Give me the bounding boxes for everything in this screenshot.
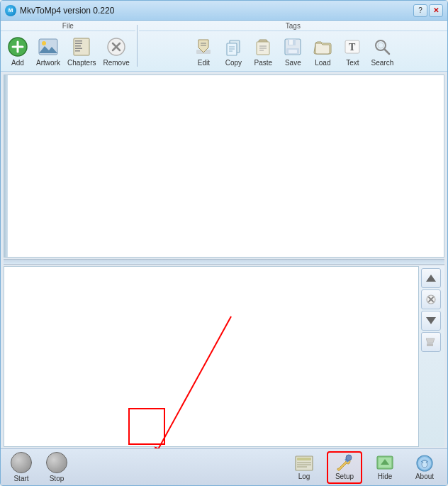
svg-rect-47 — [427, 343, 433, 346]
copy-label: Copy — [225, 59, 242, 67]
svg-point-39 — [378, 43, 383, 48]
panel-divider — [4, 259, 444, 265]
left-bar — [4, 75, 8, 257]
annotation-arrow — [75, 302, 288, 449]
queue-up-button[interactable] — [421, 268, 441, 288]
svg-rect-9 — [75, 45, 81, 47]
svg-rect-32 — [289, 40, 293, 45]
queue-area — [4, 266, 444, 448]
setup-button[interactable]: Setup — [327, 451, 362, 484]
file-section: File Add — [1, 22, 135, 70]
queue-edit-button[interactable] — [421, 332, 441, 352]
paste-button[interactable]: Paste — [249, 34, 277, 68]
copy-button[interactable]: Copy — [219, 34, 247, 68]
svg-point-61 — [422, 460, 427, 468]
queue-cancel-button[interactable] — [421, 289, 441, 309]
text-icon: T — [341, 35, 364, 58]
svg-rect-10 — [75, 48, 82, 50]
search-label: Search — [371, 59, 394, 67]
stop-icon — [46, 452, 67, 473]
svg-rect-8 — [75, 43, 82, 45]
start-button[interactable]: Start — [6, 450, 36, 485]
svg-point-4 — [42, 41, 46, 45]
app-icon: M — [5, 5, 16, 16]
load-label: Load — [315, 59, 330, 67]
file-section-label: File — [1, 22, 135, 31]
svg-line-41 — [153, 316, 231, 449]
remove-label: Remove — [103, 59, 129, 67]
window-frame: M MkvToMp4 version 0.220 ? ✕ File — [0, 0, 448, 486]
chapters-label: Chapters — [67, 59, 96, 67]
bottom-bar: Start Stop Log — [1, 448, 447, 485]
chapters-button[interactable]: Chapters — [65, 34, 99, 68]
queue-down-button[interactable] — [421, 311, 441, 331]
svg-marker-42 — [426, 275, 436, 282]
save-icon — [281, 35, 304, 58]
hide-label: Hide — [378, 473, 393, 480]
svg-point-63 — [426, 462, 427, 463]
load-button[interactable]: Load — [308, 34, 337, 68]
about-label: About — [415, 473, 434, 480]
title-bar: M MkvToMp4 version 0.220 ? ✕ — [1, 1, 447, 21]
add-button[interactable]: Add — [4, 34, 32, 68]
artwork-icon — [37, 35, 60, 58]
paste-label: Paste — [254, 59, 273, 67]
search-button[interactable]: Search — [368, 34, 396, 68]
copy-icon — [222, 35, 245, 58]
tags-buttons: Edit Copy — [186, 33, 399, 70]
chapters-icon — [70, 35, 93, 58]
setup-icon — [334, 455, 355, 472]
svg-marker-48 — [426, 338, 435, 343]
edit-button[interactable]: Edit — [189, 34, 218, 68]
setup-label: Setup — [335, 473, 354, 480]
window-controls: ? ✕ — [413, 4, 443, 17]
edit-label: Edit — [198, 59, 210, 67]
save-button[interactable]: Save — [279, 34, 307, 68]
tags-section: Tags Edit — [139, 22, 447, 70]
artwork-label: Artwork — [36, 59, 60, 67]
edit-icon — [192, 35, 215, 58]
log-button[interactable]: Log — [287, 453, 321, 482]
help-button[interactable]: ? — [413, 4, 427, 17]
load-icon — [311, 35, 334, 58]
svg-point-62 — [422, 462, 424, 463]
svg-rect-51 — [297, 458, 311, 460]
svg-rect-11 — [75, 50, 80, 52]
svg-rect-7 — [75, 40, 82, 42]
about-icon — [414, 455, 435, 472]
save-label: Save — [285, 59, 301, 67]
start-label: Start — [13, 475, 28, 482]
setup-highlight — [128, 408, 165, 445]
svg-point-55 — [346, 455, 352, 460]
add-icon — [6, 35, 29, 58]
file-buttons: Add Artwork — [1, 33, 135, 70]
artwork-button[interactable]: Artwork — [33, 34, 63, 68]
hide-button[interactable]: Hide — [368, 453, 402, 482]
start-icon — [11, 452, 32, 473]
close-button[interactable]: ✕ — [429, 4, 443, 17]
toolbar: File Add — [1, 21, 447, 72]
queue-controls-panel — [419, 266, 444, 448]
stop-label: Stop — [50, 475, 65, 482]
log-icon — [293, 455, 315, 472]
paste-icon — [252, 35, 274, 58]
svg-text:T: T — [349, 42, 356, 53]
log-label: Log — [298, 473, 310, 480]
hide-icon — [374, 455, 396, 472]
svg-line-38 — [384, 49, 389, 54]
toolbar-divider — [137, 25, 138, 67]
remove-button[interactable]: Remove — [100, 34, 132, 68]
stop-button[interactable]: Stop — [42, 450, 72, 485]
queue-list — [4, 266, 419, 448]
text-label: Text — [346, 59, 359, 67]
add-label: Add — [11, 59, 24, 67]
file-list-area — [4, 74, 444, 258]
window-title: MkvToMp4 version 0.220 — [20, 6, 114, 16]
tags-section-label: Tags — [139, 22, 447, 31]
svg-rect-34 — [289, 50, 297, 53]
search-icon — [371, 35, 393, 58]
remove-icon — [105, 35, 128, 58]
text-button[interactable]: T Text — [338, 34, 366, 68]
svg-marker-46 — [426, 317, 436, 324]
about-button[interactable]: About — [408, 453, 442, 482]
